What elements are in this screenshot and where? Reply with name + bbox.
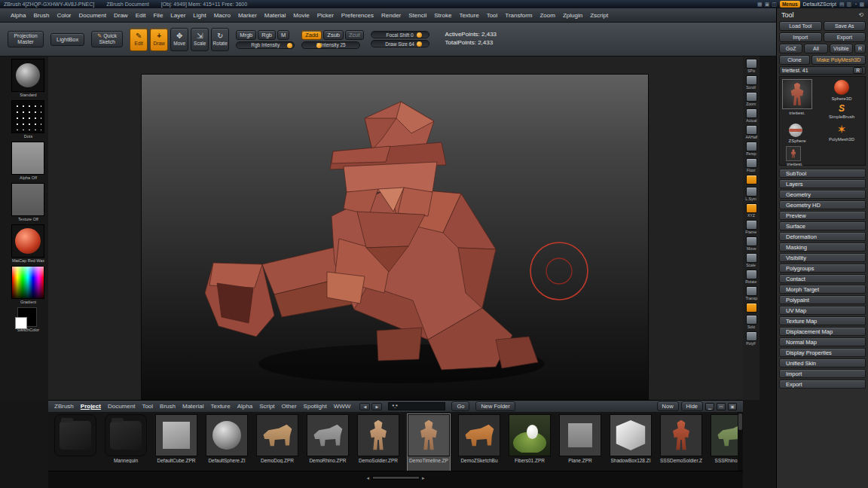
tool-section-header[interactable]: Export — [779, 380, 866, 389]
frame-button[interactable]: Frame — [744, 220, 759, 234]
active-tool-r-button[interactable]: R — [853, 67, 863, 74]
actual-button[interactable]: Actual — [744, 108, 759, 123]
go-button[interactable]: Go — [451, 401, 469, 411]
scroll-thumb[interactable] — [371, 476, 420, 480]
lightbox-item[interactable]: Plane.ZPR — [559, 414, 601, 471]
tool-section-header[interactable]: Import — [779, 369, 866, 378]
menu-item[interactable]: Transform — [503, 11, 533, 20]
rgb-intensity-slider[interactable]: Rgb Intensity — [236, 41, 295, 49]
tray-thumbnail[interactable] — [11, 142, 44, 175]
tab-brush[interactable]: Brush — [160, 403, 176, 410]
tab-spotlight[interactable]: Spotlight — [304, 403, 327, 410]
scroll-button[interactable]: Scroll — [744, 75, 759, 90]
slider-knob[interactable] — [417, 32, 422, 38]
draw-size-slider[interactable]: Draw Size 64 — [371, 40, 429, 47]
slider-knob[interactable] — [287, 43, 292, 48]
make-polymesh3d-button[interactable]: Make PolyMesh3D — [811, 55, 866, 65]
zcut-button[interactable]: Zcut — [345, 30, 364, 40]
z-intensity-slider[interactable]: Z Intensity 25 — [301, 41, 360, 49]
lightbox-item[interactable]: Fibers01.ZPR — [509, 414, 551, 471]
tool-section-header[interactable]: Texture Map — [779, 316, 866, 325]
next-page-icon[interactable]: ▶ — [371, 403, 382, 410]
rgb-button[interactable]: Rgb — [258, 30, 276, 40]
scroll-right-icon[interactable]: ▸ — [422, 475, 425, 480]
canvas-viewport[interactable] — [48, 56, 743, 400]
dock-single-row-icon[interactable]: ▭ — [717, 403, 726, 410]
menu-item[interactable]: Layer — [169, 11, 187, 20]
menu-item[interactable]: Material — [263, 11, 287, 20]
color-picker[interactable]: Gradient — [11, 266, 45, 304]
prev-page-icon[interactable]: ◀ — [359, 403, 370, 410]
lightbox-item[interactable]: DemoSoldier.ZPR — [357, 414, 399, 471]
dock-double-row-icon[interactable]: ▣ — [728, 403, 737, 410]
menu-item[interactable]: File — [151, 11, 164, 20]
tool-section-header[interactable]: Preview — [779, 211, 866, 220]
memory-icon[interactable]: ▣ — [765, 2, 770, 7]
layout-b-icon[interactable]: ▥ — [847, 2, 852, 7]
tab-tool[interactable]: Tool — [142, 403, 153, 410]
tool-section-header[interactable]: Unified Skin — [779, 358, 866, 368]
polymesh3d-tool[interactable] — [834, 122, 849, 137]
switch-color[interactable]: SwitchColor — [11, 307, 45, 332]
tab-zbrush[interactable]: ZBrush — [54, 403, 74, 410]
lightbox-item[interactable]: DefaultSphere.ZI — [206, 414, 248, 471]
rotate-3d-button[interactable]: Rotate — [744, 270, 759, 284]
mrgb-button[interactable]: Mrgb — [236, 30, 256, 40]
slider-knob[interactable] — [316, 43, 322, 48]
now-button[interactable]: Now — [657, 401, 679, 411]
polypaint-button[interactable] — [744, 303, 759, 313]
tool-section-header[interactable]: Displacement Map — [779, 327, 866, 336]
quick-sketch-button[interactable]: Quick Sketch — [91, 31, 123, 48]
tab-other[interactable]: Other — [282, 403, 297, 410]
filter-input[interactable] — [388, 402, 445, 410]
current-brush[interactable]: Standard — [11, 59, 45, 97]
aahalf-button[interactable]: AAHalf — [744, 125, 759, 139]
tool-section-header[interactable]: Polygroups — [779, 264, 866, 273]
tool-section-header[interactable]: Visibility — [779, 253, 866, 262]
doc-layout-icon[interactable]: ▦ — [757, 2, 763, 7]
timeline-scrollbar[interactable]: ◂ ▸ — [366, 475, 424, 480]
recent-tool-thumbnail[interactable] — [786, 146, 801, 161]
menu-item[interactable]: Zplugin — [561, 11, 584, 20]
scale-mode-button[interactable]: Scale — [191, 28, 209, 51]
lightbox-item[interactable]: DefaultCube.ZPR — [155, 414, 197, 471]
move-3d-button[interactable]: Move — [744, 236, 759, 251]
edit-mode-button[interactable]: Edit — [130, 28, 148, 51]
tab-www[interactable]: WWW — [334, 403, 351, 410]
xyz-button[interactable]: XYZ — [744, 203, 759, 218]
menu-item[interactable]: Marker — [237, 11, 258, 20]
menu-item[interactable]: Preferences — [340, 11, 375, 20]
zscript-name[interactable]: DefaultZScript — [803, 2, 836, 7]
tray-thumbnail[interactable] — [17, 307, 37, 327]
lightbox-item[interactable]: _ — [54, 414, 96, 471]
tool-section-header[interactable]: UV Map — [779, 306, 866, 315]
menu-item[interactable]: Texture — [457, 11, 480, 20]
import-button[interactable]: Import — [779, 32, 822, 42]
menu-item[interactable]: Zoom — [538, 11, 556, 20]
export-button[interactable]: Export — [824, 32, 866, 42]
slider-knob[interactable] — [417, 41, 422, 47]
lightbox-item[interactable]: Mannequin — [105, 414, 147, 471]
tool-section-header[interactable]: Geometry HD — [779, 200, 866, 209]
tool-section-header[interactable]: Layers — [779, 179, 866, 188]
tool-section-header[interactable]: Normal Map — [779, 337, 866, 346]
lightbox-item[interactable]: DemoDog.ZPR — [256, 414, 298, 471]
zsphere-tool[interactable] — [789, 124, 802, 137]
zsub-button[interactable]: Zsub — [323, 30, 344, 40]
current-tool-thumbnail[interactable] — [782, 79, 812, 109]
tool-section-header[interactable]: Polypaint — [779, 295, 866, 304]
tool-section-header[interactable]: Geometry — [779, 190, 866, 199]
lightbox-item[interactable]: DemoZSketchBu — [458, 414, 500, 471]
focal-shift-slider[interactable]: Focal Shift 0 — [371, 31, 429, 38]
menu-item[interactable]: Stencil — [407, 11, 428, 20]
lightbox-scrollbar[interactable] — [738, 412, 743, 471]
tab-script[interactable]: Script — [259, 403, 274, 410]
new-folder-button[interactable]: New Folder — [475, 401, 515, 411]
tool-section-header[interactable]: Surface — [779, 221, 866, 230]
tab-document[interactable]: Document — [108, 403, 135, 410]
tool-section-header[interactable]: Morph Target — [779, 285, 866, 294]
zadd-button[interactable]: Zadd — [301, 30, 322, 40]
solo-button[interactable]: Solo — [744, 315, 759, 329]
restore-panel-icon[interactable]: ⟲ — [858, 11, 863, 18]
move-mode-button[interactable]: Move — [170, 28, 188, 51]
